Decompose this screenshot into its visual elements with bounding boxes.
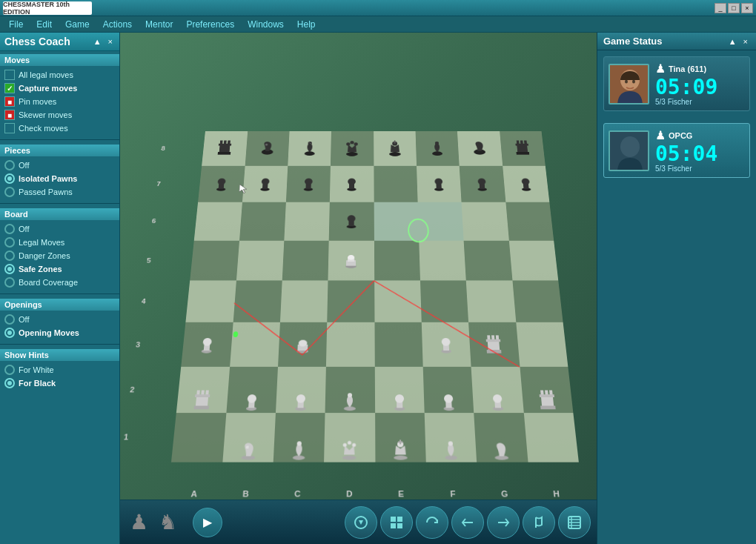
menu-game[interactable]: Game bbox=[59, 18, 96, 31]
board-cell-b7[interactable] bbox=[242, 166, 288, 202]
coach-minimize-btn[interactable]: ▲ bbox=[91, 37, 104, 46]
radio-safe-zones[interactable] bbox=[4, 264, 15, 274]
board-cell-a6[interactable] bbox=[194, 202, 242, 241]
board-cell-d1[interactable] bbox=[324, 413, 375, 462]
option-danger-zones[interactable]: Danger Zones bbox=[4, 249, 115, 262]
board-cell-e2[interactable] bbox=[374, 367, 424, 414]
toolbar-btn-6[interactable] bbox=[523, 506, 555, 539]
radio-board-off[interactable] bbox=[4, 224, 15, 234]
toolbar-btn-3[interactable] bbox=[416, 506, 448, 539]
board-cell-b2[interactable] bbox=[226, 367, 278, 414]
board-cell-h4[interactable] bbox=[512, 280, 563, 322]
board-cell-e1[interactable] bbox=[375, 413, 426, 462]
option-pin-moves[interactable]: ■ Pin moves bbox=[4, 95, 115, 108]
board-cell-d4[interactable] bbox=[327, 280, 374, 322]
radio-openings-off[interactable] bbox=[4, 314, 15, 325]
radio-isolated-pawns[interactable] bbox=[4, 173, 15, 184]
checkbox-all-legal[interactable] bbox=[4, 70, 15, 80]
option-capture-moves[interactable]: ✓ Capture moves bbox=[4, 82, 115, 95]
option-safe-zones[interactable]: Safe Zones bbox=[4, 262, 115, 276]
board-cell-b6[interactable] bbox=[239, 202, 286, 241]
option-board-off[interactable]: Off bbox=[4, 222, 115, 236]
board-cell-a5[interactable] bbox=[190, 240, 239, 280]
board-cell-f7[interactable] bbox=[417, 166, 462, 202]
option-all-legal-moves[interactable]: All legal moves bbox=[4, 68, 115, 82]
board-cell-g1[interactable] bbox=[474, 413, 528, 462]
option-skewer-moves[interactable]: ■ Skewer moves bbox=[4, 108, 115, 122]
board-cell-a7[interactable] bbox=[198, 166, 245, 202]
board-cell-g4[interactable] bbox=[466, 280, 516, 322]
board-cell-e7[interactable] bbox=[374, 166, 417, 202]
menu-actions[interactable]: Actions bbox=[97, 18, 138, 31]
board-cell-h8[interactable] bbox=[500, 131, 546, 166]
board-cell-g5[interactable] bbox=[464, 240, 512, 280]
option-legal-moves[interactable]: Legal Moves bbox=[4, 236, 115, 249]
option-openings-off[interactable]: Off bbox=[4, 313, 115, 326]
menu-file[interactable]: File bbox=[3, 18, 29, 31]
board-cell-e4[interactable] bbox=[374, 280, 422, 322]
toolbar-btn-4[interactable] bbox=[451, 506, 484, 539]
board-cell-d5[interactable] bbox=[328, 240, 374, 280]
board-cell-c7[interactable] bbox=[286, 166, 331, 202]
board-cell-a1[interactable] bbox=[171, 413, 226, 462]
menu-mentor[interactable]: Mentor bbox=[139, 18, 179, 31]
radio-for-white[interactable] bbox=[4, 365, 15, 375]
board-cell-f2[interactable] bbox=[423, 367, 474, 414]
board-cell-g8[interactable] bbox=[457, 131, 503, 166]
menu-windows[interactable]: Windows bbox=[242, 18, 290, 31]
board-cell-d6[interactable] bbox=[329, 202, 374, 241]
play-btn[interactable]: ▶ bbox=[193, 508, 222, 537]
board-cell-f5[interactable] bbox=[419, 240, 466, 280]
board-cell-e8[interactable] bbox=[374, 131, 417, 166]
board-cell-g3[interactable] bbox=[468, 322, 520, 367]
board-cell-g6[interactable] bbox=[462, 202, 509, 241]
board-cell-h2[interactable] bbox=[520, 367, 573, 414]
radio-for-black[interactable] bbox=[4, 378, 15, 388]
board-cell-f1[interactable] bbox=[425, 413, 477, 462]
close-btn[interactable]: × bbox=[741, 3, 753, 13]
board-cell-f6-highlight[interactable] bbox=[417, 202, 463, 241]
board-cell-b4[interactable] bbox=[233, 280, 282, 322]
toolbar-btn-1[interactable] bbox=[345, 506, 377, 539]
checkbox-pin[interactable]: ■ bbox=[4, 96, 15, 107]
board-cell-c2[interactable] bbox=[276, 367, 326, 414]
title-bar-controls[interactable]: _ □ × bbox=[714, 3, 753, 13]
radio-legal-moves[interactable] bbox=[4, 237, 15, 248]
board-cell-h7[interactable] bbox=[503, 166, 549, 202]
option-opening-moves[interactable]: Opening Moves bbox=[4, 326, 115, 339]
board-cell-d2[interactable] bbox=[325, 367, 375, 414]
board-cell-d8[interactable] bbox=[331, 131, 374, 166]
board-cell-g7[interactable] bbox=[460, 166, 505, 202]
board-cell-c3[interactable] bbox=[278, 322, 328, 367]
board-cell-h1[interactable] bbox=[523, 413, 578, 462]
board-cell-d7[interactable] bbox=[330, 166, 374, 202]
board-cell-b1[interactable] bbox=[222, 413, 276, 462]
left-panel-scroll[interactable]: Moves All legal moves ✓ Capture moves ■ … bbox=[0, 51, 119, 544]
board-cell-f8[interactable] bbox=[415, 131, 459, 166]
board-cell-c1[interactable] bbox=[273, 413, 325, 462]
board-cell-e5[interactable] bbox=[374, 240, 420, 280]
menu-help[interactable]: Help bbox=[291, 18, 322, 31]
board-cell-a3[interactable] bbox=[181, 322, 233, 367]
board-cell-h6[interactable] bbox=[505, 202, 554, 241]
option-for-black[interactable]: For Black bbox=[4, 377, 115, 390]
checkbox-check[interactable] bbox=[4, 123, 15, 133]
board-cell-b3[interactable] bbox=[230, 322, 280, 367]
board-cell-e3[interactable] bbox=[374, 322, 423, 367]
toolbar-btn-2[interactable] bbox=[380, 506, 413, 539]
option-check-moves[interactable]: Check moves bbox=[4, 122, 115, 135]
radio-danger-zones[interactable] bbox=[4, 251, 15, 261]
maximize-btn[interactable]: □ bbox=[728, 3, 740, 13]
option-board-coverage[interactable]: Board Coverage bbox=[4, 276, 115, 289]
board-cell-c6[interactable] bbox=[284, 202, 330, 241]
option-pieces-off[interactable]: Off bbox=[4, 159, 115, 172]
status-close-btn[interactable]: × bbox=[741, 37, 750, 46]
board-grid[interactable] bbox=[171, 131, 578, 462]
coach-close-btn[interactable]: × bbox=[106, 37, 115, 46]
board-cell-h3[interactable] bbox=[516, 322, 568, 367]
radio-board-coverage[interactable] bbox=[4, 277, 15, 288]
board-cell-g2[interactable] bbox=[471, 367, 524, 414]
board-cell-c5[interactable] bbox=[282, 240, 329, 280]
menu-preferences[interactable]: Preferences bbox=[180, 18, 240, 31]
option-passed-pawns[interactable]: Passed Pawns bbox=[4, 185, 115, 199]
